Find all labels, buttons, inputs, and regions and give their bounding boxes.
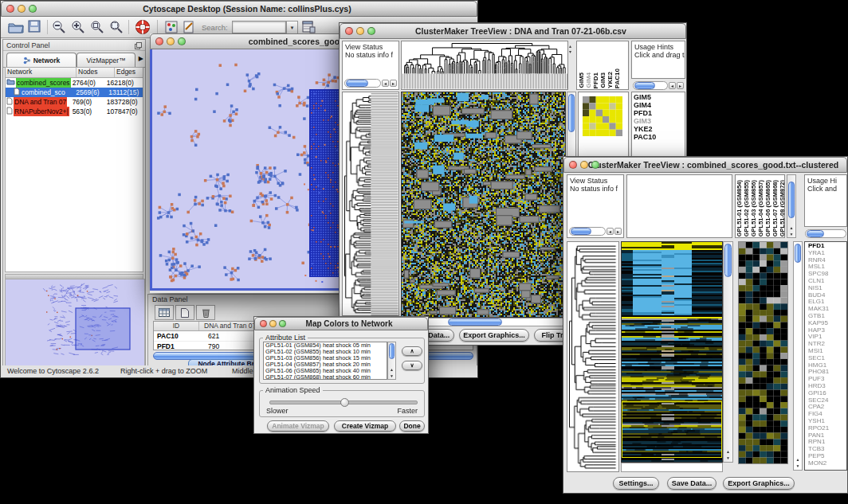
done-button[interactable]: Done [399, 420, 425, 432]
scroll-down-icon[interactable]: ▼ [787, 232, 795, 236]
tab-vizmapper[interactable]: VizMapper™ [77, 53, 135, 67]
gene-label[interactable]: MON2 [807, 460, 846, 467]
create-vizmap-button[interactable]: Create Vizmap [334, 420, 396, 432]
treeview1-titlebar[interactable]: ClusterMaker TreeView : DNA and Tran 07-… [340, 23, 686, 39]
table-icon[interactable] [155, 305, 174, 320]
view-status-hscrollbar[interactable] [569, 227, 606, 236]
save-data-button[interactable]: Save Data... [667, 477, 716, 490]
column-label[interactable]: GPL51-04 (GSM857) [758, 180, 764, 236]
column-label[interactable]: PFD1 [593, 72, 599, 88]
scroll-up-icon[interactable]: ▲ [388, 367, 395, 372]
close-icon[interactable] [155, 37, 163, 45]
treeview2-labels-vscrollbar[interactable]: ▲ ▼ [787, 174, 796, 238]
dialog-titlebar[interactable]: Map Colors to Network [254, 317, 428, 330]
row-label[interactable]: PFD1 [634, 109, 685, 117]
treeview2-top-dendrogram-area[interactable] [626, 174, 732, 238]
data-col-id[interactable]: ID [154, 322, 199, 330]
column-label[interactable]: GPL51-08 (GSM872) [779, 180, 785, 236]
usage-hints-hscrollbar[interactable] [633, 81, 668, 90]
slider-thumb[interactable] [340, 398, 349, 407]
network-list-row[interactable]: DNA and Tran 07769(0)183728(0) [6, 97, 143, 107]
export-graphics-button[interactable]: Export Graphics... [723, 477, 795, 490]
treeview2-heatmap-hscrollbar[interactable] [621, 463, 723, 472]
column-label[interactable]: GPL51-02 (GSM855) [744, 180, 750, 236]
minimize-icon[interactable] [18, 5, 26, 13]
minimize-icon[interactable] [269, 320, 277, 327]
column-label[interactable]: YKE2 [607, 72, 614, 88]
treeview2-genes-vscrollbar[interactable]: ▲ ▼ [793, 241, 803, 471]
scroll-right-icon[interactable]: ▸ [677, 82, 684, 89]
row-label[interactable]: YKE2 [634, 125, 685, 133]
zoom-window-icon[interactable] [178, 37, 186, 45]
animate-vizmap-button[interactable]: Animate Vizmap [267, 420, 329, 432]
move-down-button[interactable]: ∨ [402, 361, 422, 370]
treeview2-titlebar[interactable]: ClusterMaker TreeView : combined_scores_… [563, 157, 847, 173]
close-icon[interactable] [260, 320, 267, 327]
scroll-left-icon[interactable]: ◂ [382, 80, 389, 87]
move-up-button[interactable]: ∧ [402, 346, 422, 356]
close-icon[interactable] [6, 5, 14, 13]
scroll-left-icon[interactable]: ◂ [607, 228, 614, 235]
col-nodes[interactable]: Nodes [77, 68, 115, 77]
scroll-down-icon[interactable]: ▼ [794, 463, 802, 468]
column-label[interactable]: GIM3 [600, 72, 607, 88]
scroll-right-icon[interactable]: ▸ [390, 80, 397, 87]
scroll-up-icon[interactable]: ▲ [724, 449, 732, 454]
view-status-hscrollbar[interactable] [344, 79, 381, 88]
delete-attribute-trash-icon[interactable] [196, 305, 215, 320]
col-network[interactable]: Network [6, 68, 77, 77]
close-icon[interactable] [569, 161, 577, 169]
zoom-window-icon[interactable] [279, 320, 286, 327]
animation-speed-slider[interactable] [269, 400, 418, 404]
open-file-icon[interactable] [7, 19, 25, 35]
row-label[interactable]: GIM3 [634, 117, 685, 125]
row-label[interactable]: GIM4 [634, 101, 685, 109]
zoom-window-icon[interactable] [367, 27, 375, 35]
zoom-in-icon[interactable] [71, 20, 85, 37]
tab-network[interactable]: Network [6, 53, 77, 67]
row-label[interactable]: PAC10 [634, 133, 685, 141]
column-label[interactable]: GPL51-06 (GSM865) [765, 180, 771, 236]
column-label[interactable]: GIM5 [579, 72, 585, 88]
minimize-icon[interactable] [356, 27, 364, 35]
save-icon[interactable] [28, 20, 41, 36]
zoom-selected-icon[interactable] [90, 20, 104, 37]
scroll-down-icon[interactable]: ▼ [724, 455, 732, 460]
attribute-list[interactable]: GPL51-01 (GSM854) heat shock 05 minGPL51… [263, 342, 387, 380]
export-graphics-button[interactable]: Export Graphics... [459, 329, 529, 342]
minimize-icon[interactable] [580, 161, 588, 169]
treeview1-top-dendrogram[interactable] [401, 41, 568, 90]
network-list-row[interactable]: RNAPuberNov2+|563(0)107847(0) [6, 107, 143, 116]
col-edges[interactable]: Edges [115, 68, 135, 77]
scroll-up-icon[interactable]: ▲ [794, 457, 802, 462]
attribute-list-vscrollbar[interactable]: ▲ ▼ [387, 342, 396, 380]
column-label[interactable]: GPL51-07 (GSM868) [772, 180, 779, 236]
network-list-row[interactable]: combined_sco2569(6)13112(15) [6, 88, 143, 97]
treeview2-heatmap[interactable] [621, 241, 723, 463]
column-label[interactable]: GPL51-01 (GSM854) [736, 180, 743, 236]
usage-hints-hscrollbar[interactable] [805, 229, 846, 238]
birdseye-view-canvas[interactable] [5, 279, 145, 366]
main-titlebar[interactable]: Cytoscape Desktop (Session Name: collins… [1, 1, 477, 17]
zoom-fit-icon[interactable] [109, 20, 124, 37]
help-lifering-icon[interactable] [135, 19, 151, 38]
row-label[interactable]: GIM5 [634, 93, 685, 101]
dendro-scroll-arrows[interactable]: ▴▾ [569, 44, 571, 55]
treeview1-heatmap[interactable] [401, 92, 566, 318]
treeview2-zoom-heatmap[interactable] [738, 241, 788, 464]
treeview1-summary-heatmap[interactable] [583, 96, 622, 136]
treeview2-row-dendrogram[interactable] [567, 241, 619, 472]
network-list-row[interactable]: combined_scores2764(0)16218(0) [6, 78, 143, 88]
tab-overflow-icon[interactable]: ▶ [139, 55, 143, 62]
column-label[interactable]: GPL51-03 (GSM856) [751, 180, 757, 236]
column-label[interactable]: GIM4 [586, 72, 592, 88]
float-panel-icon[interactable] [135, 38, 142, 53]
scroll-right-icon[interactable]: ▸ [614, 228, 622, 235]
zoom-window-icon[interactable] [591, 161, 599, 169]
settings-button[interactable]: Settings... [613, 477, 659, 490]
scroll-left-icon[interactable]: ◂ [669, 82, 676, 89]
treeview2-vscrollbar[interactable]: ▲ ▼ [723, 241, 733, 463]
new-attribute-icon[interactable] [175, 305, 194, 320]
attribute-list-item[interactable]: GPL51-07 (GSM868) heat shock 60 min [264, 374, 387, 380]
scroll-up-icon[interactable]: ▲ [787, 225, 795, 230]
